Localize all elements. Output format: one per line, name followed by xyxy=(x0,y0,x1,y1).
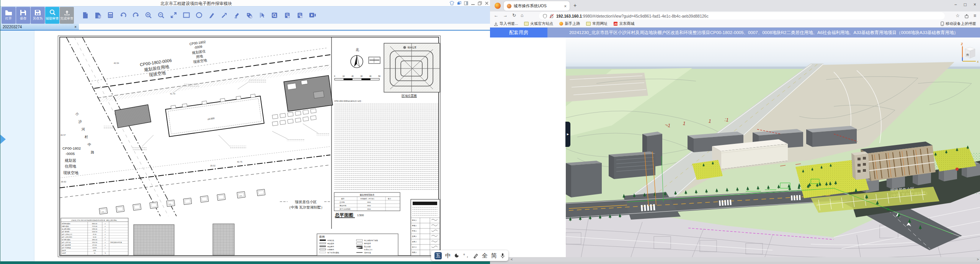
panel-collapse-handle[interactable]: ▶ xyxy=(565,122,570,147)
svg-text:4.3: 4.3 xyxy=(102,211,104,213)
svg-text:㎡: ㎡ xyxy=(105,236,106,238)
title-block: 审定人 审核人 复审人 总建人 负责人 设计人 制图人 xyxy=(411,199,440,256)
svg-text:40: 40 xyxy=(369,75,372,77)
zoom-in-button[interactable] xyxy=(142,7,155,24)
clipboard-settings-button[interactable] xyxy=(281,7,294,24)
pen-icon[interactable] xyxy=(473,253,479,258)
svg-text:（中海 瓦尔登湖别墅）: （中海 瓦尔登湖别墅） xyxy=(287,205,325,209)
svg-text:地上层数/地下层数: 地上层数/地下层数 xyxy=(364,240,378,241)
minimize-icon[interactable]: − xyxy=(954,2,957,7)
assist-review-button[interactable]: 辅助审查 xyxy=(45,7,59,24)
mobile-bookmarks[interactable]: 移动设备上的书签 xyxy=(941,21,976,26)
panel-icon[interactable] xyxy=(464,1,468,5)
ime-simplified-toggle[interactable]: 简 xyxy=(491,252,497,259)
close-icon[interactable] xyxy=(485,1,489,5)
ime-fullwidth-toggle[interactable]: 全 xyxy=(482,252,488,259)
svg-text:㎡: ㎡ xyxy=(105,244,106,246)
drawing-canvas[interactable]: ±0.000 xyxy=(0,31,490,261)
mic-icon[interactable] xyxy=(500,253,505,259)
calculator-button[interactable] xyxy=(104,7,117,24)
restore-icon[interactable] xyxy=(478,1,482,5)
undo-button[interactable] xyxy=(117,7,129,24)
horizontal-scrollbar[interactable]: < > xyxy=(490,257,980,262)
svg-text:(已审批) CP00-1802-0007地块养老设施经济技术: (已审批) CP00-1802-0007地块养老设施经济技术指标表（A6社会福利… xyxy=(71,219,118,221)
extensions-icon[interactable] xyxy=(964,14,969,18)
ime-lang-toggle[interactable]: 中 xyxy=(445,252,451,259)
scroll-left-icon[interactable]: < xyxy=(511,257,513,261)
bookmark-getting-started[interactable]: 新手上路 xyxy=(559,21,580,26)
svg-text:41.70: 41.70 xyxy=(170,93,175,95)
moon-icon[interactable] xyxy=(454,253,460,258)
supporting-housing-button[interactable]: 配套用房 xyxy=(490,28,547,37)
arrow-tool-button[interactable] xyxy=(218,7,230,24)
panel-expand-arrow-icon[interactable] xyxy=(0,135,6,144)
reload-icon[interactable]: ↻ xyxy=(512,13,516,18)
video-play-button[interactable] xyxy=(306,7,319,24)
home-icon[interactable]: ⌂ xyxy=(521,13,523,18)
drawing-tab[interactable]: 202203274 × xyxy=(0,24,79,30)
doc-preview-button[interactable] xyxy=(268,7,281,24)
firefox-icon[interactable] xyxy=(495,3,501,9)
drawing-info-button[interactable]: 知 xyxy=(91,7,104,24)
ime-wubi-badge[interactable]: 五 xyxy=(434,252,442,259)
project-title: 20241230_北京市昌平区小沙河村及周边地块棚户区改造和环境整治项目CP00… xyxy=(547,28,980,37)
shield-icon[interactable] xyxy=(543,14,547,18)
svg-text:㎡: ㎡ xyxy=(105,247,106,249)
tag-off-icon xyxy=(246,12,253,18)
redo-button[interactable] xyxy=(129,7,142,24)
save-button[interactable]: 保存 xyxy=(16,7,30,24)
finish-review-button[interactable]: 完成审查 xyxy=(60,7,74,24)
svg-text:25.50: 25.50 xyxy=(93,234,96,235)
svg-text:㎡: ㎡ xyxy=(105,239,106,241)
svg-text:知: 知 xyxy=(98,15,101,18)
fit-view-button[interactable] xyxy=(167,7,180,24)
maximize-icon[interactable]: □ xyxy=(964,2,967,7)
forward-icon[interactable]: → xyxy=(503,13,508,18)
zoom-out-button[interactable] xyxy=(155,7,167,24)
minimize-icon[interactable] xyxy=(471,1,475,5)
save-as-button[interactable]: 另存为 xyxy=(31,7,45,24)
url-field[interactable]: 192.163.160.1:9980/#/detectionView?guid=… xyxy=(539,12,945,20)
legend-box: 图例 用地红线 规划道路 规划建筑 已建建筑 地下车库轮廓线 地上层数/地下层数… xyxy=(317,234,398,256)
svg-text:103.90: 103.90 xyxy=(92,247,97,249)
city-3d-viewport[interactable]: 现状居住小区 （中海 瓦尔登湖别墅） xyxy=(566,37,980,257)
bookmark-import[interactable]: 导入书签... xyxy=(494,21,518,26)
select-cursor-button[interactable] xyxy=(256,7,268,24)
open-button[interactable]: 打开 xyxy=(2,7,16,24)
browser-tab[interactable]: 城市操作系统UOS × xyxy=(504,1,570,11)
document-icon-button[interactable] xyxy=(79,7,91,24)
bookmark-firefox-site[interactable]: 火狐官方站点 xyxy=(524,21,553,26)
browser-url-bar: ← → ↻ ⌂ 192.163.160.1:9980/#/detectionVi… xyxy=(490,11,980,21)
close-icon[interactable]: × xyxy=(973,2,976,7)
svg-text:㎡: ㎡ xyxy=(105,228,106,230)
new-tab-button[interactable]: + xyxy=(573,2,577,8)
highlighter-tool-button[interactable] xyxy=(230,7,243,24)
svg-text:¬1: ¬1 xyxy=(664,122,671,129)
pin-window-icon[interactable] xyxy=(457,1,461,5)
scroll-right-icon[interactable]: > xyxy=(977,257,979,261)
svg-text:消防车道: 消防车道 xyxy=(364,252,371,254)
svg-text:现状空地: 现状空地 xyxy=(63,171,78,175)
svg-text:平时功能为汽车库: 平时功能为汽车库 xyxy=(110,241,122,243)
svg-text:规划居: 规划居 xyxy=(65,158,76,163)
ime-punctuation-toggle[interactable]: °， xyxy=(463,253,470,259)
cad-window-controls xyxy=(449,1,489,5)
menu-icon[interactable]: ≡ xyxy=(973,13,976,18)
bookmark-jd[interactable]: JD 京东商城 xyxy=(614,21,634,26)
ellipse-tool-button[interactable] xyxy=(193,7,205,24)
pen-tool-button[interactable] xyxy=(205,7,218,24)
skin-icon[interactable] xyxy=(449,1,454,5)
insecure-lock-icon[interactable] xyxy=(549,14,554,18)
back-icon[interactable]: ← xyxy=(494,13,498,18)
bookmark-star-icon[interactable]: ☆ xyxy=(956,13,960,18)
tab-close-icon[interactable]: × xyxy=(74,25,77,29)
svg-text:㎡: ㎡ xyxy=(105,242,106,243)
svg-text:规划道路: 规划道路 xyxy=(327,243,334,244)
tag-off-button[interactable] xyxy=(243,7,256,24)
clipboard-check-button[interactable] xyxy=(294,7,306,24)
bookmark-common-sites[interactable]: 常用网址 xyxy=(586,21,608,26)
doc-preview-icon xyxy=(271,12,278,18)
ime-toolbar[interactable]: 五 中 °， 全 简 xyxy=(431,250,508,261)
tab-close-icon[interactable]: × xyxy=(564,4,567,8)
rectangle-tool-button[interactable] xyxy=(180,7,193,24)
